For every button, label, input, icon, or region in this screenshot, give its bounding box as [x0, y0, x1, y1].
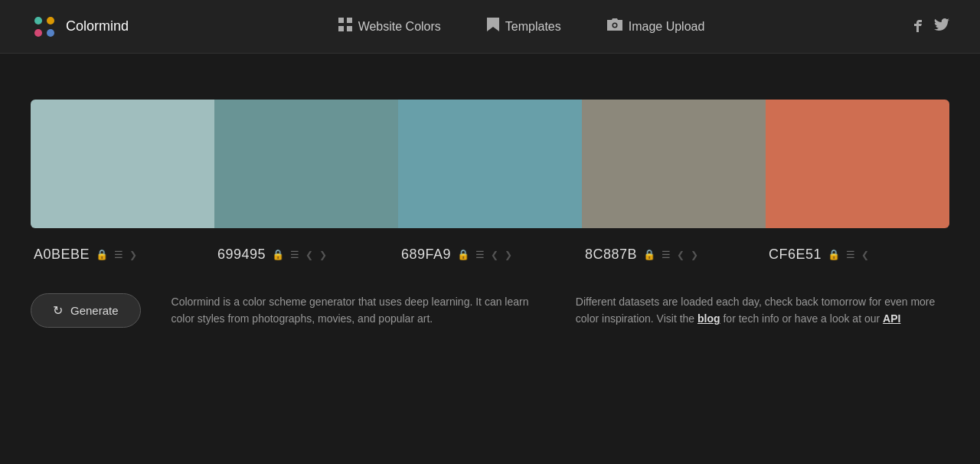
description-right: Different datasets are loaded each day, …: [576, 293, 949, 328]
svg-rect-5: [347, 18, 352, 23]
label-4: 8C887B 🔒 ☰ ❮ ❯: [582, 247, 766, 263]
arrow-left-3[interactable]: ❮: [491, 250, 498, 260]
arrow-left-2[interactable]: ❮: [305, 250, 313, 260]
lock-icon-5[interactable]: 🔒: [828, 249, 840, 260]
logo-text: Colormind: [66, 18, 129, 34]
adjust-icon-2[interactable]: ☰: [290, 249, 299, 260]
swatch-4[interactable]: [582, 100, 766, 228]
arrow-left-4[interactable]: ❮: [677, 250, 684, 260]
nav-templates-label: Templates: [505, 20, 561, 34]
adjust-icon-5[interactable]: ☰: [846, 249, 855, 260]
svg-point-1: [47, 17, 54, 25]
main-nav: Website Colors Templates Image Upload: [338, 18, 705, 35]
hex-4: 8C887B: [585, 247, 637, 263]
nav-image-upload[interactable]: Image Upload: [607, 18, 705, 34]
facebook-icon[interactable]: [914, 17, 922, 36]
hex-2: 699495: [217, 247, 266, 263]
grid-icon: [338, 18, 352, 35]
main-content: A0BEBE 🔒 ☰ ❯ 699495 🔒 ☰ ❮ ❯ 689FA9 🔒 ☰ ❮…: [0, 54, 980, 358]
swatch-1[interactable]: [31, 100, 214, 228]
svg-point-2: [34, 29, 42, 37]
hex-5: CF6E51: [769, 247, 822, 263]
adjust-icon-3[interactable]: ☰: [475, 249, 485, 260]
bookmark-icon: [487, 18, 499, 35]
svg-rect-4: [338, 18, 344, 23]
hex-3: 689FA9: [401, 247, 451, 263]
generate-button[interactable]: ↻ Generate: [31, 293, 141, 328]
arrow-right-1[interactable]: ❯: [129, 250, 137, 260]
api-link[interactable]: API: [883, 312, 900, 325]
social-area: [914, 17, 949, 36]
lock-icon-3[interactable]: 🔒: [457, 249, 469, 260]
nav-image-upload-label: Image Upload: [629, 20, 705, 34]
blog-link[interactable]: blog: [697, 312, 720, 325]
label-5: CF6E51 🔒 ☰ ❮: [766, 247, 949, 263]
refresh-icon: ↻: [53, 303, 63, 318]
twitter-icon[interactable]: [934, 18, 949, 34]
label-2: 699495 🔒 ☰ ❮ ❯: [214, 247, 398, 263]
swatch-3[interactable]: [398, 100, 582, 228]
arrow-left-5[interactable]: ❮: [861, 250, 869, 260]
nav-website-colors[interactable]: Website Colors: [338, 18, 441, 35]
nav-website-colors-label: Website Colors: [358, 20, 441, 34]
lock-icon-1[interactable]: 🔒: [96, 249, 108, 260]
svg-rect-7: [347, 26, 352, 31]
description-left: Colormind is a color scheme generator th…: [172, 293, 545, 328]
arrow-right-4[interactable]: ❯: [691, 250, 698, 260]
swatch-2[interactable]: [214, 100, 398, 228]
label-1: A0BEBE 🔒 ☰ ❯: [31, 247, 214, 263]
logo-area: Colormind: [31, 13, 129, 41]
adjust-icon-1[interactable]: ☰: [114, 249, 123, 260]
hex-1: A0BEBE: [34, 247, 90, 263]
lock-icon-4[interactable]: 🔒: [643, 249, 655, 260]
generate-label: Generate: [70, 304, 119, 317]
labels-row: A0BEBE 🔒 ☰ ❯ 699495 🔒 ☰ ❮ ❯ 689FA9 🔒 ☰ ❮…: [31, 247, 949, 263]
lock-icon-2[interactable]: 🔒: [272, 249, 284, 260]
description-left-text: Colormind is a color scheme generator th…: [172, 296, 529, 325]
svg-point-9: [613, 24, 616, 27]
label-3: 689FA9 🔒 ☰ ❮ ❯: [398, 247, 582, 263]
swatch-5[interactable]: [766, 100, 949, 228]
nav-templates[interactable]: Templates: [487, 18, 561, 35]
adjust-icon-4[interactable]: ☰: [662, 249, 671, 260]
camera-icon: [607, 18, 622, 34]
color-palette: [31, 100, 949, 228]
svg-point-3: [47, 29, 54, 37]
svg-point-0: [34, 17, 42, 25]
bottom-section: ↻ Generate Colormind is a color scheme g…: [31, 293, 949, 328]
description-mid: for tech info or have a look at our: [720, 312, 883, 325]
arrow-right-3[interactable]: ❯: [505, 250, 512, 260]
logo-icon: [31, 13, 58, 41]
svg-rect-6: [338, 26, 344, 31]
arrow-right-2[interactable]: ❯: [319, 250, 327, 260]
